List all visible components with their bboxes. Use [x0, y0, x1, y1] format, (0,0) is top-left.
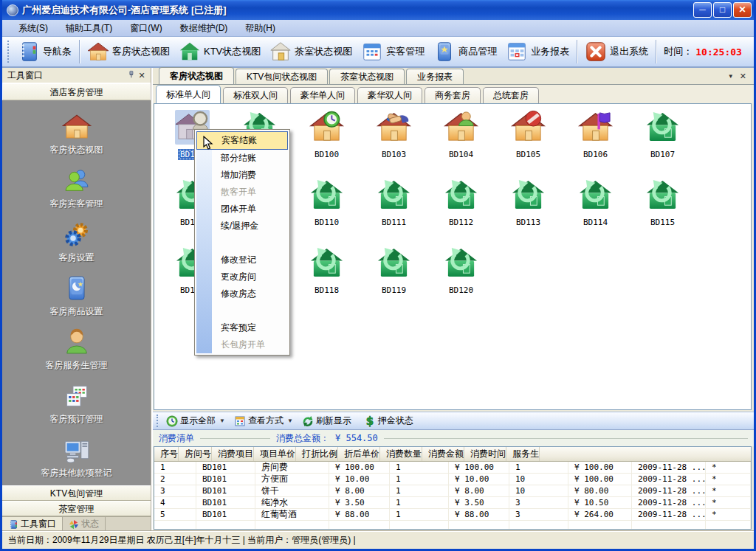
sidebar-item[interactable]: 客房其他款项登记 [41, 435, 112, 479]
context-menu-item[interactable]: 长包房开单 [196, 336, 288, 353]
context-menu-item[interactable]: 团体开单 [196, 201, 288, 218]
room-cell[interactable]: BD104 [427, 110, 495, 178]
room-cell[interactable]: BD103 [360, 110, 427, 178]
context-menu-item[interactable]: 修改登记 [196, 252, 288, 268]
menu-item[interactable]: 系统(S) [10, 20, 57, 36]
document-tab[interactable]: 茶室状态视图 [329, 69, 405, 84]
menu-item[interactable]: 数据维护(D) [171, 20, 237, 36]
tab-dropdown-icon[interactable]: ▼ [728, 73, 734, 80]
toolbar-icon [433, 41, 456, 63]
view-toolbar-button[interactable]: 刷新显示 [298, 414, 360, 428]
table-header-cell[interactable]: 消费时间 [464, 447, 506, 461]
panel-close-button[interactable]: ✕ [136, 70, 148, 81]
view-toolbar-grip[interactable] [157, 415, 159, 427]
context-menu-item[interactable]: 宾客预定 [196, 319, 288, 336]
context-menu-item[interactable]: 续/退押金 [196, 218, 288, 235]
room-cell[interactable]: BD107 [629, 110, 696, 178]
sidebar-item[interactable]: 客房设置 [59, 220, 94, 264]
room-cell[interactable]: BD119 [360, 246, 427, 313]
sidebar-bottom-tab[interactable]: 状态 [63, 517, 106, 531]
table-row[interactable]: 1 BD101 房间费 ¥ 100.00 1 ¥ 100.00 1 ¥ 100.… [154, 462, 751, 474]
toolbar-button[interactable]: KTV状态视图 [174, 38, 265, 65]
room-cell[interactable]: BD110 [293, 178, 360, 246]
sidebar-item-icon [62, 220, 92, 249]
room-cell[interactable]: BD112 [427, 178, 495, 246]
context-menu-item[interactable] [196, 302, 288, 319]
sidebar-item[interactable]: 客房商品设置 [50, 274, 103, 318]
toolbar-button[interactable]: 客房状态视图 [83, 38, 174, 65]
sidebar-bottom-tab[interactable]: 工具窗口 [2, 517, 63, 531]
cell-time: 2009-11-28 ... [632, 474, 706, 485]
room-cell[interactable]: BD120 [427, 246, 495, 313]
view-toolbar-label: 刷新显示 [316, 415, 351, 427]
sidebar-item[interactable]: 客房服务生管理 [46, 328, 108, 372]
pin-button[interactable] [124, 70, 136, 81]
cell-waiter: * [706, 462, 751, 474]
maximize-button[interactable]: □ [713, 2, 732, 18]
sidebar-item[interactable]: 客房预订管理 [50, 381, 103, 426]
room-cell[interactable]: BD114 [562, 178, 629, 246]
room-cell[interactable]: BD111 [360, 178, 427, 246]
sidebar-tab-label: 工具窗口 [21, 518, 56, 530]
room-cell[interactable]: BD113 [495, 178, 562, 246]
toolbar-grip[interactable] [7, 41, 11, 63]
toolbar-button[interactable]: 业务报表 [501, 38, 574, 65]
toolbar-separator [79, 40, 80, 63]
document-tab[interactable]: KTV包间状态视图 [236, 69, 328, 84]
sidebar-item[interactable]: 客房状态视图 [50, 112, 103, 156]
table-header-cell[interactable]: 房间号 [179, 447, 212, 461]
toolbar-button[interactable]: 宾客管理 [357, 38, 429, 65]
table-header-cell[interactable]: 折后单价 [338, 447, 380, 461]
toolbar-button[interactable]: 茶室状态视图 [265, 38, 357, 65]
view-toolbar-button[interactable]: 查看方式 ▼ [230, 414, 298, 428]
room-label: BD103 [379, 149, 408, 160]
view-toolbar-button[interactable]: 显示全部 ▼ [162, 414, 230, 428]
room-cell[interactable]: BD100 [293, 110, 360, 178]
room-type-tab[interactable]: 标准单人间 [156, 85, 221, 103]
table-header-cell[interactable]: 消费数量 [380, 447, 422, 461]
document-tab[interactable]: 业务报表 [406, 69, 464, 84]
sidebar-item-label: 客房宾客管理 [50, 198, 103, 210]
table-header-cell[interactable]: 项目单价 [254, 447, 296, 461]
toolbar-button[interactable]: 商品管理 [429, 38, 501, 65]
table-row[interactable]: 5 BD101 红葡萄酒 ¥ 88.00 1 ¥ 88.00 3 ¥ 264.0… [154, 509, 751, 521]
context-menu-item[interactable]: 部分结账 [196, 150, 288, 167]
table-row[interactable]: 2 BD101 方便面 ¥ 10.00 1 ¥ 10.00 10 ¥ 100.0… [154, 474, 751, 485]
minimize-button[interactable]: ─ [693, 2, 712, 18]
room-cell[interactable]: BD105 [495, 110, 562, 178]
context-menu-item[interactable]: 增加消费 [196, 167, 288, 184]
room-type-tab[interactable]: 总统套房 [483, 87, 539, 103]
context-menu-item[interactable] [196, 235, 288, 252]
table-header-cell[interactable]: 序号 [154, 447, 179, 461]
title-bar: 广州爱启迪技术有限公司-酒店管理系统 [已注册] ─ □ ✕ [2, 0, 754, 20]
sidebar-group-bar[interactable]: 茶室管理 [2, 501, 151, 516]
exit-system-button[interactable]: 退出系统 [580, 38, 653, 65]
table-row[interactable]: 4 BD101 纯净水 ¥ 3.50 1 ¥ 3.50 3 ¥ 10.50 20… [154, 497, 751, 509]
toolbar-nav-button[interactable]: 导航条 [13, 38, 76, 65]
view-toolbar-button[interactable]: 押金状态 [360, 414, 422, 428]
room-cell[interactable]: BD115 [629, 178, 696, 246]
table-header-cell[interactable]: 服务生 [506, 447, 540, 461]
room-type-tab[interactable]: 豪华双人间 [357, 87, 422, 103]
menu-item[interactable]: 窗口(W) [121, 20, 171, 36]
tab-close-icon[interactable]: ✕ [740, 72, 746, 81]
menu-item[interactable]: 帮助(H) [236, 20, 284, 36]
table-header-cell[interactable]: 打折比例 [296, 447, 338, 461]
sidebar-item[interactable]: 客房宾客管理 [50, 166, 103, 210]
room-cell[interactable]: BD106 [562, 110, 629, 178]
context-menu-item[interactable]: 散客开单 [196, 184, 288, 201]
table-header-cell[interactable]: 消费项目 [212, 447, 254, 461]
context-menu-item[interactable]: 更改房间 [196, 268, 288, 285]
document-tab[interactable]: 客房状态视图 [159, 67, 234, 84]
room-type-tab[interactable]: 标准双人间 [223, 87, 288, 103]
room-cell[interactable]: BD118 [293, 246, 360, 313]
table-row[interactable]: 3 BD101 饼干 ¥ 8.00 1 ¥ 8.00 10 ¥ 80.00 20… [154, 485, 751, 497]
room-type-tab[interactable]: 商务套房 [425, 87, 481, 103]
context-menu-item[interactable]: 修改房态 [196, 285, 288, 302]
close-button[interactable]: ✕ [733, 2, 752, 18]
table-header-cell[interactable]: 消费金额 [422, 447, 464, 461]
sidebar-group-bar[interactable]: KTV包间管理 [2, 485, 151, 501]
room-type-tab[interactable]: 豪华单人间 [290, 87, 355, 103]
menu-item[interactable]: 辅助工具(T) [57, 20, 121, 36]
room-status-icon [377, 110, 411, 145]
